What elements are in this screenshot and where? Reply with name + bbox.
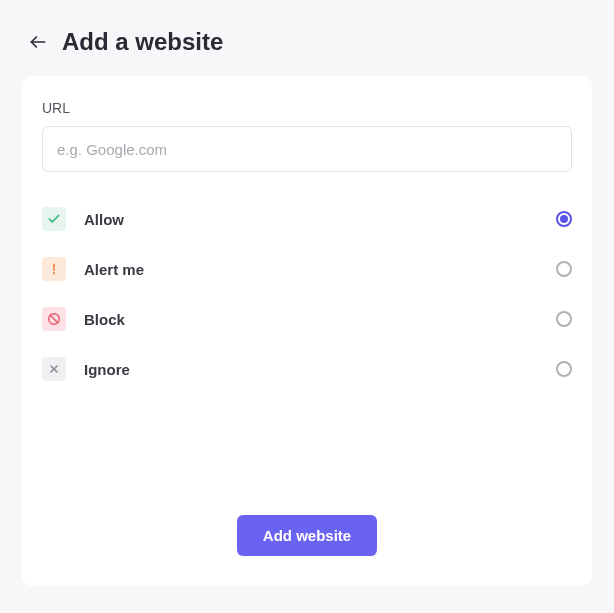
option-ignore[interactable]: Ignore: [42, 344, 572, 394]
check-icon: [42, 207, 66, 231]
back-arrow-icon[interactable]: [28, 32, 48, 52]
radio-allow[interactable]: [556, 211, 572, 227]
page-title: Add a website: [62, 28, 223, 56]
option-label: Ignore: [84, 361, 556, 378]
url-input[interactable]: [42, 126, 572, 172]
option-allow[interactable]: Allow: [42, 194, 572, 244]
url-label: URL: [42, 100, 572, 116]
close-icon: [42, 357, 66, 381]
option-label: Block: [84, 311, 556, 328]
alert-icon: [42, 257, 66, 281]
option-alert[interactable]: Alert me: [42, 244, 572, 294]
svg-line-4: [50, 315, 58, 323]
form-footer: Add website: [42, 515, 572, 556]
form-card: URL Allow Alert me Block: [22, 76, 592, 586]
option-label: Alert me: [84, 261, 556, 278]
spacer: [42, 394, 572, 515]
option-label: Allow: [84, 211, 556, 228]
action-options: Allow Alert me Block Ignore: [42, 194, 572, 394]
radio-alert[interactable]: [556, 261, 572, 277]
page-header: Add a website: [0, 0, 614, 76]
radio-block[interactable]: [556, 311, 572, 327]
block-icon: [42, 307, 66, 331]
option-block[interactable]: Block: [42, 294, 572, 344]
add-website-button[interactable]: Add website: [237, 515, 377, 556]
radio-ignore[interactable]: [556, 361, 572, 377]
